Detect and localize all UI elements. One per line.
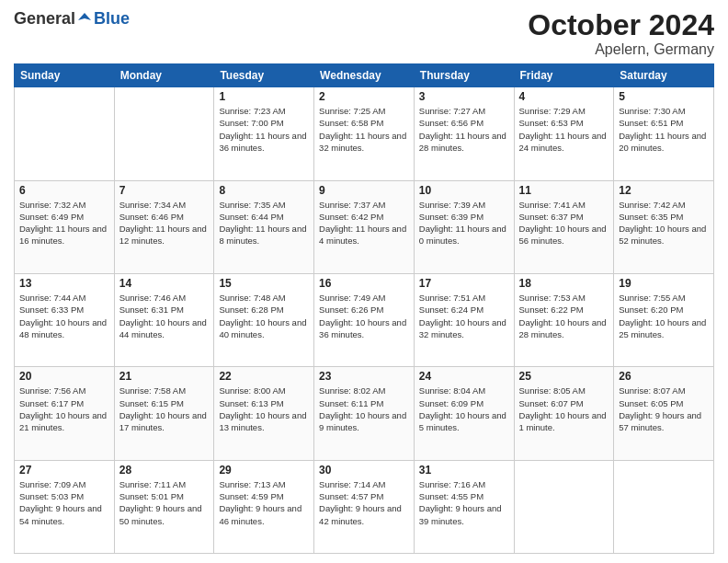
day-number: 20 bbox=[19, 370, 109, 383]
cell-w2-d5: 11Sunrise: 7:41 AM Sunset: 6:37 PM Dayli… bbox=[514, 180, 614, 273]
cell-w5-d6 bbox=[614, 460, 714, 553]
cell-w3-d3: 16Sunrise: 7:49 AM Sunset: 6:26 PM Dayli… bbox=[314, 273, 415, 366]
cell-w2-d3: 9Sunrise: 7:37 AM Sunset: 6:42 PM Daylig… bbox=[314, 180, 415, 273]
day-number: 12 bbox=[619, 184, 709, 197]
cell-w4-d4: 24Sunrise: 8:04 AM Sunset: 6:09 PM Dayli… bbox=[414, 367, 514, 460]
day-number: 7 bbox=[119, 184, 210, 197]
day-number: 17 bbox=[419, 277, 509, 290]
day-info: Sunrise: 7:41 AM Sunset: 6:37 PM Dayligh… bbox=[519, 199, 609, 247]
day-info: Sunrise: 7:23 AM Sunset: 7:00 PM Dayligh… bbox=[219, 105, 309, 154]
day-info: Sunrise: 7:27 AM Sunset: 6:56 PM Dayligh… bbox=[419, 105, 509, 154]
week-row-4: 20Sunrise: 7:56 AM Sunset: 6:17 PM Dayli… bbox=[15, 367, 714, 460]
cell-w2-d4: 10Sunrise: 7:39 AM Sunset: 6:39 PM Dayli… bbox=[414, 180, 514, 273]
day-number: 16 bbox=[319, 277, 409, 290]
day-number: 29 bbox=[219, 464, 309, 477]
col-saturday: Saturday bbox=[614, 64, 714, 87]
page: General Blue October 2024 Apelern, Germa… bbox=[0, 0, 728, 563]
cell-w4-d0: 20Sunrise: 7:56 AM Sunset: 6:17 PM Dayli… bbox=[15, 367, 115, 460]
day-number: 9 bbox=[319, 184, 409, 197]
day-number: 23 bbox=[319, 370, 409, 383]
logo: General Blue bbox=[14, 9, 130, 29]
svg-marker-0 bbox=[78, 13, 91, 20]
day-number: 4 bbox=[519, 90, 609, 103]
cell-w1-d4: 3Sunrise: 7:27 AM Sunset: 6:56 PM Daylig… bbox=[414, 87, 514, 180]
day-number: 5 bbox=[619, 90, 709, 103]
day-info: Sunrise: 7:39 AM Sunset: 6:39 PM Dayligh… bbox=[419, 199, 509, 247]
cell-w4-d5: 25Sunrise: 8:05 AM Sunset: 6:07 PM Dayli… bbox=[514, 367, 614, 460]
day-number: 15 bbox=[219, 277, 309, 290]
cell-w1-d3: 2Sunrise: 7:25 AM Sunset: 6:58 PM Daylig… bbox=[314, 87, 415, 180]
cell-w4-d3: 23Sunrise: 8:02 AM Sunset: 6:11 PM Dayli… bbox=[314, 367, 415, 460]
cell-w1-d5: 4Sunrise: 7:29 AM Sunset: 6:53 PM Daylig… bbox=[514, 87, 614, 180]
day-number: 2 bbox=[319, 90, 409, 103]
day-info: Sunrise: 7:56 AM Sunset: 6:17 PM Dayligh… bbox=[19, 385, 109, 433]
day-info: Sunrise: 7:30 AM Sunset: 6:51 PM Dayligh… bbox=[619, 105, 709, 154]
day-info: Sunrise: 7:13 AM Sunset: 4:59 PM Dayligh… bbox=[219, 478, 309, 527]
day-number: 21 bbox=[119, 370, 210, 383]
day-info: Sunrise: 7:55 AM Sunset: 6:20 PM Dayligh… bbox=[619, 292, 709, 340]
day-info: Sunrise: 7:29 AM Sunset: 6:53 PM Dayligh… bbox=[519, 105, 609, 154]
day-info: Sunrise: 7:09 AM Sunset: 5:03 PM Dayligh… bbox=[19, 478, 109, 527]
col-tuesday: Tuesday bbox=[214, 64, 314, 87]
cell-w5-d4: 31Sunrise: 7:16 AM Sunset: 4:55 PM Dayli… bbox=[414, 460, 514, 553]
col-friday: Friday bbox=[514, 64, 614, 87]
col-thursday: Thursday bbox=[414, 64, 514, 87]
logo-general-text: General bbox=[14, 9, 75, 29]
cell-w3-d6: 19Sunrise: 7:55 AM Sunset: 6:20 PM Dayli… bbox=[614, 273, 714, 366]
week-row-2: 6Sunrise: 7:32 AM Sunset: 6:49 PM Daylig… bbox=[15, 180, 714, 273]
week-row-1: 1Sunrise: 7:23 AM Sunset: 7:00 PM Daylig… bbox=[15, 87, 714, 180]
day-info: Sunrise: 7:48 AM Sunset: 6:28 PM Dayligh… bbox=[219, 292, 309, 340]
day-info: Sunrise: 7:42 AM Sunset: 6:35 PM Dayligh… bbox=[619, 199, 709, 247]
header-row: Sunday Monday Tuesday Wednesday Thursday… bbox=[15, 64, 714, 87]
calendar-title: October 2024 bbox=[528, 9, 714, 41]
day-number: 8 bbox=[219, 184, 309, 197]
day-info: Sunrise: 7:25 AM Sunset: 6:58 PM Dayligh… bbox=[319, 105, 409, 154]
day-number: 10 bbox=[419, 184, 509, 197]
day-number: 27 bbox=[19, 464, 109, 477]
cell-w5-d0: 27Sunrise: 7:09 AM Sunset: 5:03 PM Dayli… bbox=[15, 460, 115, 553]
cell-w4-d6: 26Sunrise: 8:07 AM Sunset: 6:05 PM Dayli… bbox=[614, 367, 714, 460]
cell-w2-d6: 12Sunrise: 7:42 AM Sunset: 6:35 PM Dayli… bbox=[614, 180, 714, 273]
cell-w1-d2: 1Sunrise: 7:23 AM Sunset: 7:00 PM Daylig… bbox=[214, 87, 314, 180]
day-info: Sunrise: 7:46 AM Sunset: 6:31 PM Dayligh… bbox=[119, 292, 210, 340]
day-number: 11 bbox=[519, 184, 609, 197]
day-number: 26 bbox=[619, 370, 709, 383]
day-info: Sunrise: 8:07 AM Sunset: 6:05 PM Dayligh… bbox=[619, 385, 709, 433]
calendar-table: Sunday Monday Tuesday Wednesday Thursday… bbox=[14, 63, 714, 554]
day-number: 28 bbox=[119, 464, 210, 477]
day-info: Sunrise: 7:11 AM Sunset: 5:01 PM Dayligh… bbox=[119, 478, 210, 527]
cell-w3-d1: 14Sunrise: 7:46 AM Sunset: 6:31 PM Dayli… bbox=[114, 273, 214, 366]
day-info: Sunrise: 7:44 AM Sunset: 6:33 PM Dayligh… bbox=[19, 292, 109, 340]
day-number: 14 bbox=[119, 277, 210, 290]
day-info: Sunrise: 7:14 AM Sunset: 4:57 PM Dayligh… bbox=[319, 478, 409, 527]
day-info: Sunrise: 7:53 AM Sunset: 6:22 PM Dayligh… bbox=[519, 292, 609, 340]
day-number: 24 bbox=[419, 370, 509, 383]
day-info: Sunrise: 7:32 AM Sunset: 6:49 PM Dayligh… bbox=[19, 199, 109, 247]
day-number: 30 bbox=[319, 464, 409, 477]
cell-w2-d0: 6Sunrise: 7:32 AM Sunset: 6:49 PM Daylig… bbox=[15, 180, 115, 273]
day-info: Sunrise: 7:16 AM Sunset: 4:55 PM Dayligh… bbox=[419, 478, 509, 527]
cell-w5-d3: 30Sunrise: 7:14 AM Sunset: 4:57 PM Dayli… bbox=[314, 460, 415, 553]
cell-w3-d4: 17Sunrise: 7:51 AM Sunset: 6:24 PM Dayli… bbox=[414, 273, 514, 366]
col-wednesday: Wednesday bbox=[314, 64, 415, 87]
calendar-subtitle: Apelern, Germany bbox=[528, 41, 714, 58]
day-number: 19 bbox=[619, 277, 709, 290]
day-info: Sunrise: 7:49 AM Sunset: 6:26 PM Dayligh… bbox=[319, 292, 409, 340]
day-info: Sunrise: 8:02 AM Sunset: 6:11 PM Dayligh… bbox=[319, 385, 409, 433]
cell-w1-d1 bbox=[114, 87, 214, 180]
cell-w3-d2: 15Sunrise: 7:48 AM Sunset: 6:28 PM Dayli… bbox=[214, 273, 314, 366]
week-row-3: 13Sunrise: 7:44 AM Sunset: 6:33 PM Dayli… bbox=[15, 273, 714, 366]
day-info: Sunrise: 8:04 AM Sunset: 6:09 PM Dayligh… bbox=[419, 385, 509, 433]
title-block: October 2024 Apelern, Germany bbox=[528, 9, 714, 58]
day-number: 13 bbox=[19, 277, 109, 290]
cell-w1-d6: 5Sunrise: 7:30 AM Sunset: 6:51 PM Daylig… bbox=[614, 87, 714, 180]
col-sunday: Sunday bbox=[15, 64, 115, 87]
cell-w1-d0 bbox=[15, 87, 115, 180]
day-number: 22 bbox=[219, 370, 309, 383]
cell-w5-d5 bbox=[514, 460, 614, 553]
header: General Blue October 2024 Apelern, Germa… bbox=[14, 9, 714, 58]
day-number: 3 bbox=[419, 90, 509, 103]
col-monday: Monday bbox=[114, 64, 214, 87]
day-info: Sunrise: 7:51 AM Sunset: 6:24 PM Dayligh… bbox=[419, 292, 509, 340]
day-number: 6 bbox=[19, 184, 109, 197]
